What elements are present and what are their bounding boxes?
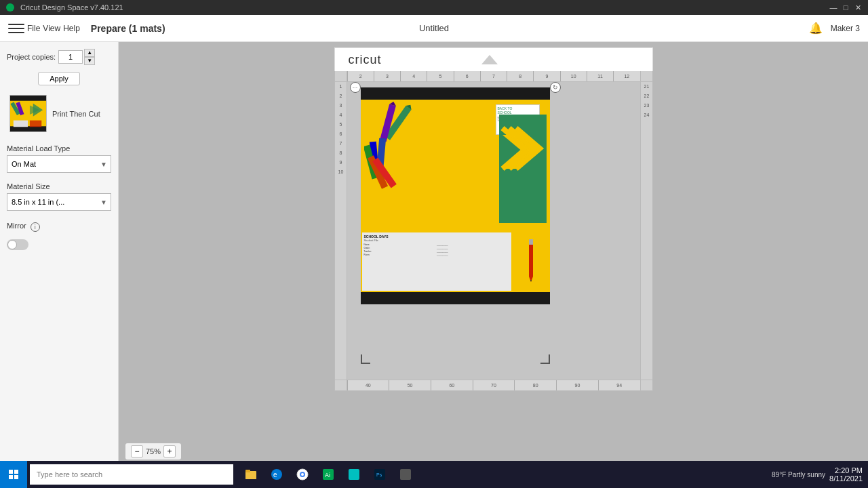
ruler-tick-12: 12 bbox=[613, 71, 639, 81]
mat-content: ··· ↻ bbox=[347, 82, 640, 380]
ruler-num-1: 1 bbox=[335, 82, 347, 92]
svg-rect-2 bbox=[10, 96, 46, 101]
hamburger-menu[interactable] bbox=[8, 20, 24, 37]
start-button[interactable] bbox=[0, 461, 27, 488]
crayons-group bbox=[364, 101, 425, 226]
svg-rect-8 bbox=[14, 121, 28, 127]
document-title: Untitled bbox=[419, 23, 449, 33]
minimize-button[interactable]: — bbox=[829, 3, 838, 12]
drag-handle[interactable]: ··· bbox=[350, 82, 361, 93]
material-load-dropdown[interactable]: On Mat bbox=[7, 155, 111, 173]
taskbar-time: 2:20 PM bbox=[835, 466, 863, 474]
menu-file[interactable]: File bbox=[27, 24, 40, 33]
menu-help[interactable]: Help bbox=[63, 24, 80, 33]
ruler-num-6: 6 bbox=[335, 129, 347, 139]
cricut-header: cricut bbox=[334, 47, 653, 71]
weather-info: 89°F Partly sunny bbox=[772, 471, 825, 479]
taskbar-date: 8/11/2021 bbox=[829, 474, 863, 483]
ruler-tick-6: 6 bbox=[454, 71, 480, 81]
copies-decrement[interactable]: ▼ bbox=[84, 57, 95, 65]
menu-view[interactable]: View bbox=[43, 24, 60, 33]
svg-rect-22 bbox=[529, 239, 533, 277]
main-layout: Project copies: ▲ ▼ Apply bbox=[0, 42, 868, 466]
zoom-in-button[interactable]: + bbox=[163, 445, 176, 458]
material-load-type-label: Material Load Type bbox=[7, 144, 111, 152]
mat-label: Print Then Cut bbox=[52, 110, 100, 118]
mirror-toggle[interactable] bbox=[7, 239, 28, 250]
copies-input[interactable] bbox=[58, 50, 83, 64]
toggle-knob bbox=[7, 240, 17, 249]
copies-input-group: ▲ ▼ bbox=[58, 49, 95, 65]
svg-rect-40 bbox=[349, 469, 359, 480]
mirror-info-icon[interactable]: i bbox=[31, 222, 40, 232]
apply-button[interactable]: Apply bbox=[38, 72, 80, 85]
taskbar-icon-explorer[interactable] bbox=[239, 461, 263, 488]
svg-rect-26 bbox=[9, 470, 13, 474]
taskbar-icon-chrome[interactable] bbox=[290, 461, 315, 488]
ruler-tick-9: 9 bbox=[533, 71, 559, 81]
ruler-num-8: 8 bbox=[335, 148, 347, 158]
right-ruler-num-22: 22 bbox=[641, 92, 653, 101]
material-size-dropdown[interactable]: 8.5 in x 11 in (... bbox=[7, 193, 111, 211]
svg-rect-31 bbox=[245, 472, 256, 479]
top-ruler: 2 3 4 5 6 7 8 9 10 11 12 bbox=[334, 71, 653, 82]
cut-corner-br bbox=[540, 354, 550, 364]
taskbar: e Ai Ps 89°F Partly sunny 2:20 PM 8/11/2… bbox=[0, 461, 868, 488]
red-pen-area bbox=[513, 231, 550, 292]
mirror-label: Mirror bbox=[7, 222, 26, 230]
top-ruler-marks: 2 3 4 5 6 7 8 9 10 11 12 bbox=[347, 71, 640, 81]
taskbar-icon-ps[interactable]: Ps bbox=[368, 461, 392, 488]
taskbar-icons: e Ai Ps bbox=[239, 461, 418, 488]
selection-container[interactable]: ··· ↻ bbox=[355, 87, 555, 364]
ruler-num-9: 9 bbox=[335, 158, 347, 167]
rotate-handle[interactable]: ↻ bbox=[550, 82, 561, 93]
svg-rect-28 bbox=[9, 475, 13, 479]
zoom-out-button[interactable]: − bbox=[131, 445, 143, 458]
mat-body: 1 2 3 4 5 6 7 8 9 10 ··· bbox=[334, 82, 653, 380]
notification-bell[interactable]: 🔔 bbox=[809, 22, 823, 35]
mat-item: Print Then Cut bbox=[7, 92, 111, 135]
ruler-num-10: 10 bbox=[335, 167, 347, 177]
left-ruler: 1 2 3 4 5 6 7 8 9 10 bbox=[335, 82, 347, 380]
ruler-tick-8: 8 bbox=[507, 71, 533, 81]
zoom-level: 75% bbox=[146, 447, 161, 455]
taskbar-icon-edge[interactable]: e bbox=[264, 461, 289, 488]
taskbar-icon-app2[interactable] bbox=[342, 461, 366, 488]
bottom-ruler-marks: 40 50 60 70 80 90 94 bbox=[347, 380, 640, 390]
taskbar-right: 89°F Partly sunny 2:20 PM 8/11/2021 bbox=[772, 466, 868, 483]
svg-point-0 bbox=[6, 3, 14, 12]
maximize-button[interactable]: □ bbox=[841, 3, 850, 12]
mirror-row: Mirror i bbox=[7, 222, 111, 232]
close-button[interactable]: ✕ bbox=[853, 3, 863, 12]
zoom-controls: − 75% + bbox=[125, 443, 181, 460]
copies-increment[interactable]: ▲ bbox=[84, 49, 95, 57]
right-ruler-num-24: 24 bbox=[641, 110, 653, 120]
svg-rect-29 bbox=[14, 475, 18, 479]
cricut-arrow-icon bbox=[481, 55, 498, 64]
app-menu: File View Help Prepare (1 mats) bbox=[8, 20, 165, 37]
left-panel: Project copies: ▲ ▼ Apply bbox=[0, 42, 119, 466]
print-region: BACK TO SCHOOL Number 1 Student List bbox=[361, 87, 550, 311]
bottom-content: SCHOOL DAYS Student File Name:__________… bbox=[361, 231, 550, 292]
taskbar-icon-cricut[interactable] bbox=[393, 461, 418, 488]
material-size-label: Material Size bbox=[7, 182, 111, 190]
right-ruler-num-23: 23 bbox=[641, 101, 653, 110]
svg-rect-3 bbox=[10, 126, 46, 131]
cricut-logo: cricut bbox=[349, 53, 382, 67]
prepare-title: Prepare (1 mats) bbox=[91, 23, 165, 34]
svg-rect-43 bbox=[400, 469, 411, 480]
taskbar-icon-app1[interactable]: Ai bbox=[316, 461, 340, 488]
ruler-num-4: 4 bbox=[335, 110, 347, 120]
print-content-area: BACK TO SCHOOL Number 1 Student List bbox=[361, 87, 550, 304]
canvas-area: cricut 2 3 4 5 6 7 8 9 10 bbox=[119, 42, 868, 466]
ruler-tick-11: 11 bbox=[587, 71, 613, 81]
svg-point-37 bbox=[301, 473, 304, 476]
app-header: File View Help Prepare (1 mats) Untitled… bbox=[0, 15, 868, 42]
user-badge[interactable]: Maker 3 bbox=[831, 24, 860, 33]
taskbar-search[interactable] bbox=[30, 464, 233, 485]
ruler-tick-5: 5 bbox=[427, 71, 453, 81]
cricut-mat-container: cricut 2 3 4 5 6 7 8 9 10 bbox=[334, 47, 653, 391]
project-copies-row: Project copies: ▲ ▼ bbox=[7, 49, 111, 65]
ruler-num-2: 2 bbox=[335, 92, 347, 101]
svg-text:Ps: Ps bbox=[376, 472, 382, 477]
